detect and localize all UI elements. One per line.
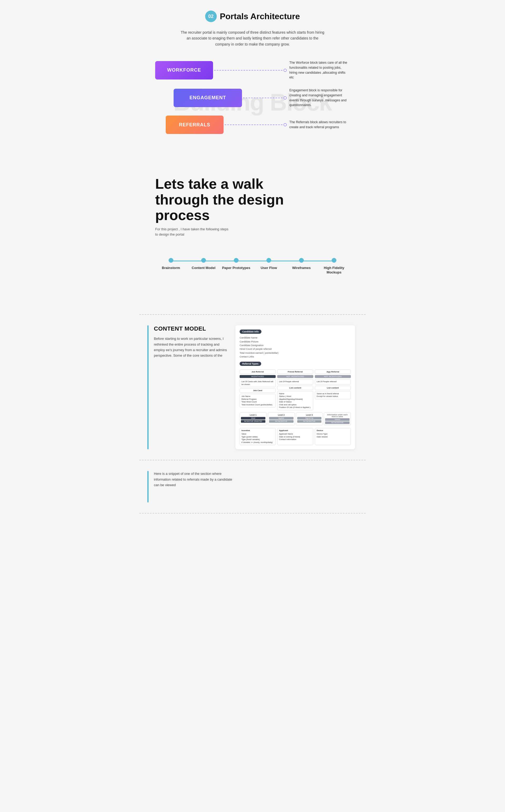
- bottom-info-grid: Incentive Value Type (point/ dollar) Typ…: [239, 428, 351, 445]
- referrals-block: REFERRALS: [166, 116, 223, 134]
- device-label: Device: [317, 429, 349, 432]
- level-1-status: Hired INCENTIVE GRANTED: [241, 417, 266, 423]
- design-process-section: Lets take a walk through the design proc…: [139, 160, 366, 298]
- level-2-status: Applied NO INCENTIVE: [269, 417, 294, 423]
- incentive-box: Incentive Value Type (point/ dollar) Typ…: [239, 428, 276, 445]
- engagement-dot: [284, 96, 287, 100]
- content-model-block: CONTENT MODEL Before starting to work on…: [139, 315, 366, 460]
- referrals-dashed-line: [225, 125, 283, 125]
- level-2-badge: NO INCENTIVE: [269, 420, 294, 423]
- referrals-dot: [284, 123, 287, 126]
- job-referral-box: Job Referral: [239, 370, 276, 374]
- snippet-left-bar: [147, 471, 149, 503]
- design-process-title: Lets take a walk through the design proc…: [155, 176, 292, 223]
- timeline-step-content-model: Content Model: [188, 258, 219, 270]
- friend-not-incentivized-badge: NOT- INCENTIVIZED: [277, 375, 313, 378]
- levels-row: Level 1 Hired INCENTIVE GRANTED Level 2 …: [239, 412, 351, 425]
- level-1-box: Level 1 Hired INCENTIVE GRANTED: [239, 412, 267, 425]
- step-label-0: Brainstorm: [162, 266, 180, 270]
- portals-badge: 02: [205, 11, 217, 22]
- content-model-section: CONTENT MODEL Before starting to work on…: [139, 298, 366, 529]
- app-referral-desc: List Of People referred: [315, 379, 351, 385]
- cm-text-block: CONTENT MODEL Before starting to work on…: [154, 325, 227, 359]
- device-fields: Device Type Date viewed: [317, 433, 349, 438]
- timeline-dot-0: [169, 258, 173, 263]
- job-referral-col: Job Referral INCENTIVIZED List Of Cards …: [239, 370, 276, 410]
- timeline-step-user-flow: User Flow: [253, 258, 285, 270]
- cm-image-area: Candidate Info Candidate Name Candidate …: [235, 325, 355, 449]
- cm-title: CONTENT MODEL: [154, 325, 227, 332]
- engagement-block: ENGAGEMENT: [174, 89, 242, 107]
- level-4-label: Information under each level is same: [325, 414, 350, 417]
- level-1-status-label: Hired: [241, 417, 266, 420]
- app-fields: Same as in friend referral Except for vi…: [315, 391, 351, 399]
- timeline-step-wireframes: Wireframes: [286, 258, 317, 270]
- candidate-fields: Candidate Name Candidate Picture Candida…: [239, 336, 351, 359]
- level-3-box: Level 3 Signed Up NO INCENTIVE: [296, 412, 323, 425]
- level-3-status: Signed Up NO INCENTIVE: [297, 417, 322, 423]
- snippet-block: Here is a snippet of one of the section …: [139, 460, 366, 513]
- referrals-desc: The Referrals block allows recruiters to…: [287, 120, 350, 130]
- timeline-steps: Brainstorm Content Model Paper Prototype…: [155, 258, 350, 275]
- referral-types-grid: Job Referral INCENTIVIZED List Of Cards …: [239, 370, 351, 410]
- level-2-status-label: Applied: [269, 417, 294, 420]
- timeline-step-high-fidelity: High Fidelity Mockups: [318, 258, 350, 275]
- applicant-box: Applicant Applicant Name Date of Joining…: [277, 428, 313, 445]
- job-referral-desc: List Of Cards with Jobs Referred will be…: [239, 379, 276, 387]
- workforce-dashed-line: [214, 70, 283, 71]
- engagement-row: ENGAGEMENT Engagement block is responsib…: [155, 88, 350, 108]
- workforce-desc: The Worforce block takes care of all the…: [287, 60, 350, 80]
- design-process-sub: For this project , I have taken the foll…: [155, 227, 229, 237]
- job-incentivized-badge: INCENTIVIZED: [239, 375, 276, 378]
- timeline-dot-2: [234, 258, 238, 263]
- timeline-dot-1: [201, 258, 206, 263]
- friend-referral-col: Friend Referral NOT- INCENTIVIZED List O…: [277, 370, 313, 410]
- timeline-dot-3: [267, 258, 271, 263]
- friend-referral-desc: List Of People referred: [277, 379, 313, 385]
- portals-section: 02 Portals Architecture The recruiter po…: [139, 0, 366, 160]
- engagement-dashed-line: [243, 98, 283, 98]
- dashed-divider-bottom: [139, 513, 366, 514]
- app-not-incentivized-badge: NOT- INCENTIVIZED: [315, 375, 351, 378]
- step-label-2: Paper Prototypes: [222, 266, 250, 270]
- candidate-info-badge: Candidate Info: [239, 329, 262, 334]
- step-label-5: High Fidelity Mockups: [318, 266, 350, 275]
- device-box: Device Device Type Date viewed: [315, 428, 351, 445]
- referrals-row: REFERRALS The Referrals block allows rec…: [155, 116, 350, 134]
- portals-title: Portals Architecture: [220, 12, 300, 21]
- level-1-label: Level 1: [241, 414, 266, 416]
- referral-types-badge: Referral Types: [239, 362, 261, 366]
- level-1-badge: INCENTIVE GRANTED: [241, 420, 266, 423]
- level-4-status-label: Viewed: [325, 418, 350, 421]
- timeline-container: Brainstorm Content Model Paper Prototype…: [155, 253, 350, 288]
- referrals-connector: [223, 123, 287, 126]
- level-2-box: Level 2 Applied NO INCENTIVE: [268, 412, 295, 425]
- step-label-1: Content Model: [192, 266, 215, 270]
- building-blocks-container: Building Block WORKFORCE The Worforce bl…: [155, 60, 350, 144]
- timeline-step-paper-prototypes: Paper Prototypes: [220, 258, 252, 270]
- workforce-block: WORKFORCE: [155, 61, 213, 80]
- job-card-fields: Job Name Referral Program Total Hired Co…: [239, 394, 276, 407]
- step-label-3: User Flow: [261, 266, 277, 270]
- portals-header: 02 Portals Architecture: [155, 11, 350, 22]
- timeline-dot-4: [299, 258, 304, 263]
- applicant-fields: Applicant Name Date of Joining (if hired…: [279, 433, 311, 441]
- snippet-body: Here is a snippet of one of the section …: [154, 471, 238, 488]
- cm-body: Before starting to work on particular sc…: [154, 336, 227, 359]
- workforce-dot: [284, 69, 287, 72]
- level-3-label: Level 3: [297, 414, 322, 416]
- friend-list-content: List content: [277, 386, 313, 390]
- level-2-label: Level 2: [269, 414, 294, 416]
- friend-fields: Name Status ( Hired /Applied/Signedup/Vi…: [277, 391, 313, 410]
- level-4-badge: NO INCENTIVE: [325, 421, 350, 424]
- snippet-text: Here is a snippet of one of the section …: [154, 471, 238, 488]
- incentive-label: Incentive: [241, 429, 274, 432]
- app-referral-col: App Referral NOT- INCENTIVIZED List Of P…: [315, 370, 351, 410]
- workforce-row: WORKFORCE The Worforce block takes care …: [155, 60, 350, 80]
- friend-referral-box: Friend Referral: [277, 370, 313, 374]
- level-4-status: Viewed NO INCENTIVE: [325, 418, 350, 424]
- engagement-connector: [242, 96, 287, 100]
- step-label-4: Wireframes: [292, 266, 311, 270]
- level-4-box: Information under each level is same Vie…: [324, 412, 351, 425]
- applicant-label: Applicant: [279, 429, 311, 432]
